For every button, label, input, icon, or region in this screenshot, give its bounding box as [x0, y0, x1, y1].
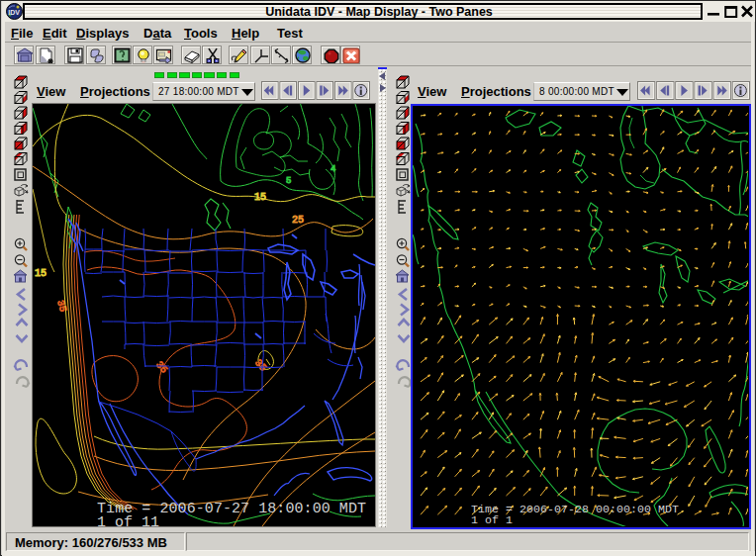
- svg-text:15: 15: [35, 268, 47, 279]
- svg-text:25: 25: [292, 215, 304, 226]
- svg-text:1 of 11: 1 of 11: [97, 514, 159, 526]
- svg-text:15: 15: [254, 192, 266, 203]
- svg-text:4: 4: [331, 164, 335, 174]
- svg-text:5: 5: [286, 176, 291, 186]
- svg-text:35: 35: [153, 359, 169, 375]
- svg-text:35: 35: [252, 357, 268, 373]
- svg-text:1 of 1: 1 of 1: [471, 513, 513, 526]
